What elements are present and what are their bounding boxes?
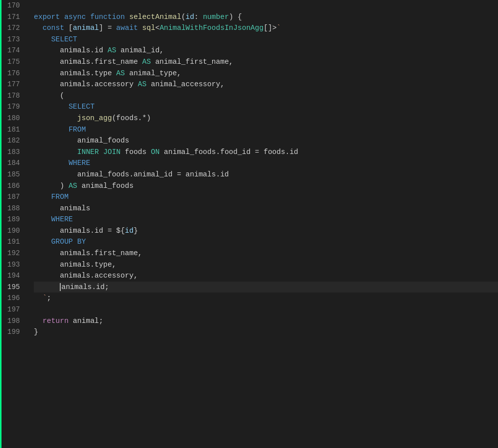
line-num-194: 194 [0,270,20,282]
line-num-195: 195 [0,282,20,293]
line-num-191: 191 [0,236,20,248]
line-num-181: 181 [0,124,20,136]
code-line-177: animals.accessory AS animal_accessory, [34,79,498,90]
code-editor[interactable]: 170 171 172 173 174 175 176 177 178 179 … [0,0,498,448]
line-num-179: 179 [0,101,20,113]
code-line-195: animals.id; [34,282,498,293]
line-num-199: 199 [0,326,20,338]
code-line-185: animal_foods.animal_id = animals.id [34,169,498,180]
code-line-192: animals.first_name, [34,248,498,259]
line-num-171: 171 [0,11,20,23]
code-line-194: animals.accessory, [34,270,498,282]
line-num-174: 174 [0,45,20,56]
code-line-193: animals.type, [34,259,498,271]
code-line-197 [34,304,498,315]
line-num-176: 176 [0,68,20,79]
code-line-175: animals.first_name AS animal_first_name, [34,56,498,68]
code-line-181: FROM [34,124,498,136]
code-line-199: } [34,326,498,338]
code-line-186: ) AS animal_foods [34,180,498,192]
line-num-192: 192 [0,248,20,259]
line-num-184: 184 [0,157,20,169]
code-line-178: ( [34,90,498,102]
code-line-198: return animal; [34,315,498,327]
code-line-188: animals [34,203,498,214]
line-num-187: 187 [0,191,20,203]
line-num-170: 170 [0,0,20,11]
code-line-170 [34,0,498,11]
code-line-176: animals.type AS animal_type, [34,68,498,79]
left-accent [0,0,1,448]
code-line-183: INNER JOIN foods ON animal_foods.food_id… [34,147,498,158]
line-num-198: 198 [0,315,20,327]
line-num-180: 180 [0,113,20,124]
code-line-171: export async function selectAnimal(id: n… [34,11,498,23]
line-num-178: 178 [0,90,20,102]
line-num-183: 183 [0,147,20,158]
code-line-173: SELECT [34,34,498,45]
line-num-193: 193 [0,259,20,271]
line-numbers: 170 171 172 173 174 175 176 177 178 179 … [0,0,26,448]
line-num-190: 190 [0,225,20,237]
line-num-197: 197 [0,304,20,315]
code-line-191: GROUP BY [34,236,498,248]
code-line-184: WHERE [34,157,498,169]
line-num-189: 189 [0,214,20,225]
line-num-182: 182 [0,135,20,147]
code-line-182: animal_foods [34,135,498,147]
line-num-173: 173 [0,34,20,45]
line-num-185: 185 [0,169,20,180]
line-num-177: 177 [0,79,20,90]
code-line-187: FROM [34,191,498,203]
code-line-179: SELECT [34,101,498,113]
code-line-196: `; [34,293,498,304]
line-num-196: 196 [0,293,20,304]
code-line-189: WHERE [34,214,498,225]
line-num-172: 172 [0,22,20,34]
code-line-190: animals.id = ${id} [34,225,498,237]
line-num-175: 175 [0,56,20,68]
line-num-188: 188 [0,203,20,214]
code-line-174: animals.id AS animal_id, [34,45,498,56]
line-num-186: 186 [0,180,20,192]
code-line-172: const [animal] = await sql<AnimalWithFoo… [34,22,498,34]
text-cursor [60,283,61,291]
code-content[interactable]: export async function selectAnimal(id: n… [26,0,498,448]
code-line-180: json_agg(foods.*) [34,113,498,124]
